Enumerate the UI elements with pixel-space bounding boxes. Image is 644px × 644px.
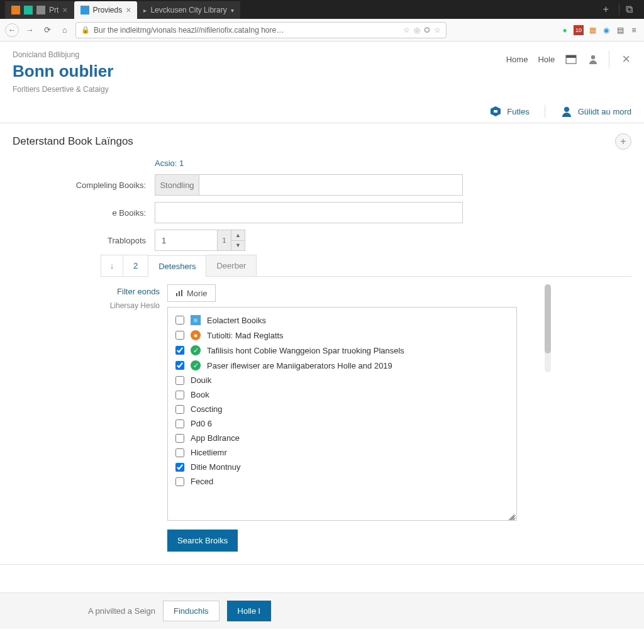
list-item[interactable]: Coscting — [168, 402, 516, 416]
list-checkbox[interactable] — [175, 331, 184, 340]
more-button[interactable]: Morie — [167, 284, 216, 302]
list-item[interactable]: Pd0 6 — [168, 416, 516, 431]
account-guild[interactable]: Gülidt au mord — [560, 105, 631, 118]
quantity-stepper[interactable]: ▲ ▼ — [231, 230, 245, 251]
bookmark-icon[interactable]: ☆ — [403, 26, 410, 35]
list-item-label: Paser iflewiser are Maniigaberators Holl… — [207, 361, 392, 370]
browser-tab-1[interactable]: Prt × — [5, 1, 74, 19]
back-button[interactable]: ← — [5, 23, 19, 37]
sort-button[interactable]: ↓ — [101, 255, 123, 276]
forward-button[interactable]: → — [23, 23, 36, 37]
list-item-label: Douik — [191, 375, 211, 385]
resize-grip-icon[interactable]: ◢ — [508, 511, 515, 519]
list-item[interactable]: Feced — [168, 474, 516, 489]
list-checkbox[interactable] — [175, 463, 184, 472]
home-button[interactable]: ⌂ — [58, 23, 72, 37]
list-checkbox[interactable] — [175, 376, 184, 385]
section-header: Deterstand Book Laïngos + — [0, 123, 644, 153]
close-icon[interactable]: × — [126, 5, 131, 15]
list-item-label: App Bdlrance — [191, 433, 240, 443]
list-item[interactable]: Douik — [168, 373, 516, 387]
field-addon-stondling[interactable]: Stondling — [155, 174, 199, 196]
reload-button[interactable]: ⟳ — [40, 23, 54, 37]
address-bar[interactable]: 🔒 Bur the indleitrng/vionals heazl//nifi… — [75, 22, 447, 38]
list-item[interactable]: ✓Tafilisis hont Coblie Wanggeion Spar tr… — [168, 343, 516, 358]
new-tab-button[interactable]: + — [597, 4, 615, 15]
ext-icon[interactable]: ◉ — [601, 25, 611, 35]
list-checkbox[interactable] — [175, 419, 184, 428]
filter-listbox: ≡Eolactert Booiks●Tutiolti: Mad Reglatts… — [167, 307, 517, 521]
tab-2[interactable]: 2 — [123, 255, 148, 276]
favicon-icon — [11, 6, 20, 14]
add-button[interactable]: + — [615, 133, 631, 150]
dropdown-icon[interactable]: ▾ — [231, 7, 234, 14]
account-futles[interactable]: Futles — [489, 105, 529, 118]
globe-icon[interactable]: ✪ — [424, 26, 430, 35]
svg-point-2 — [591, 55, 595, 59]
calendar-icon[interactable] — [565, 53, 577, 65]
favicon-icon — [36, 6, 45, 14]
menu-icon[interactable]: ≡ — [629, 25, 639, 35]
list-checkbox[interactable] — [175, 316, 184, 325]
list-item[interactable]: Ditie Montnuy — [168, 460, 516, 474]
tab-deteshers[interactable]: Deteshers — [148, 255, 206, 277]
list-checkbox[interactable] — [175, 434, 184, 443]
page-header: Donicland Bdlibjung Bonn oublier Forltie… — [0, 42, 644, 100]
list-checkbox[interactable] — [175, 391, 184, 399]
shield-icon[interactable]: ◎ — [414, 26, 420, 35]
compleling-input[interactable] — [199, 174, 463, 196]
scrollbar-thumb[interactable] — [545, 284, 551, 353]
nav-home[interactable]: Home — [506, 55, 528, 64]
chevron-down-icon[interactable]: ▼ — [231, 241, 245, 251]
svg-rect-7 — [179, 291, 180, 296]
list-checkbox[interactable] — [175, 405, 184, 414]
list-checkbox[interactable] — [175, 448, 184, 457]
close-icon[interactable]: × — [62, 5, 67, 15]
close-button[interactable]: × — [619, 51, 633, 67]
list-item-label: Feced — [191, 477, 213, 486]
search-books-button[interactable]: Searck Broiks — [167, 530, 238, 552]
list-item[interactable]: App Bdlrance — [168, 431, 516, 445]
list-item-label: Hicetliemr — [191, 448, 227, 457]
list-item-label: Eolactert Booiks — [207, 316, 266, 325]
list-item[interactable]: ●Tutiolti: Mad Reglatts — [168, 328, 516, 343]
chevron-up-icon[interactable]: ▲ — [231, 230, 245, 241]
finduchls-button[interactable]: Finduchls — [163, 601, 219, 621]
svg-rect-4 — [494, 110, 497, 113]
scrollbar[interactable] — [545, 284, 551, 372]
action-acsio[interactable]: Acsio: 1 — [155, 158, 184, 168]
list-checkbox[interactable] — [175, 477, 184, 486]
lock-icon: 🔒 — [81, 26, 90, 34]
tab-deerber[interactable]: Deerber — [206, 255, 257, 276]
footer-label: A pnivilted a Seign — [88, 606, 155, 616]
list-checkbox[interactable] — [175, 346, 184, 355]
loading-icon: ▸ — [143, 7, 147, 14]
ext-icon[interactable]: ● — [560, 25, 570, 35]
browser-tab-3[interactable]: ▸ Levckusen City Library ▾ — [137, 1, 240, 19]
ext-icon[interactable]: ▦ — [587, 25, 597, 35]
list-item[interactable]: Book — [168, 387, 516, 402]
holle-button[interactable]: Holle l — [227, 601, 271, 621]
ext-icon[interactable]: ▤ — [615, 25, 625, 35]
list-item[interactable]: ≡Eolactert Booiks — [168, 313, 516, 328]
star-icon[interactable]: ☆ — [434, 26, 441, 35]
browser-overflow-icon[interactable]: ⧉ — [619, 4, 639, 15]
svg-rect-6 — [176, 293, 177, 296]
trablopots-input[interactable] — [155, 230, 218, 251]
list-item[interactable]: ✓Paser iflewiser are Maniigaberators Hol… — [168, 358, 516, 373]
browser-tab-2[interactable]: Provieds × — [74, 1, 138, 19]
nav-hole[interactable]: Hole — [538, 55, 555, 64]
filter-eonds-link[interactable]: Filter eonds — [13, 287, 167, 296]
list-item-label: Pd0 6 — [191, 419, 212, 428]
list-item[interactable]: Hicetliemr — [168, 445, 516, 460]
url-text: Bur the indleitrng/vionals heazl//nifile… — [94, 26, 399, 35]
ebooks-input[interactable] — [155, 202, 463, 223]
user-icon[interactable] — [587, 53, 599, 65]
page-subtitle: Forltiers Desertive & Cataigy — [13, 85, 631, 94]
favicon-icon — [24, 6, 33, 14]
tab-label: Levckusen City Library — [150, 6, 226, 14]
ext-icon[interactable]: 10 — [574, 25, 584, 35]
account-bar: Futles Gülidt au mord — [0, 100, 644, 123]
chart-icon — [175, 289, 183, 297]
list-checkbox[interactable] — [175, 361, 184, 370]
